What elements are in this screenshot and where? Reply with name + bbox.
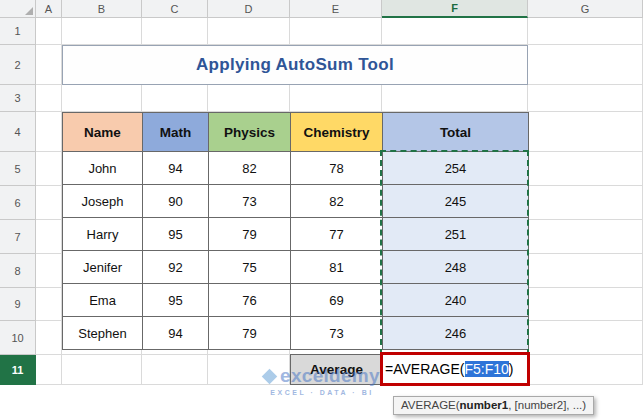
cell-total-ema[interactable]: 240 (383, 284, 529, 317)
cell-B3[interactable] (62, 85, 142, 112)
column-header-G[interactable]: G (528, 0, 643, 18)
table-row-stephen: Stephen947973246 (63, 317, 529, 350)
cell-physics-harry[interactable]: 79 (209, 218, 291, 251)
table-header-row: NameMathPhysicsChemistryTotal (63, 113, 529, 152)
column-title-physics[interactable]: Physics (209, 113, 291, 152)
cell-C11[interactable] (142, 355, 208, 385)
row-header-11[interactable]: 11 (0, 355, 36, 385)
formula-suffix: ) (509, 361, 514, 377)
cell-total-stephen[interactable]: 246 (383, 317, 529, 350)
cell-physics-stephen[interactable]: 79 (209, 317, 291, 350)
cell-total-john[interactable]: 254 (383, 152, 529, 185)
cell-chemistry-ema[interactable]: 69 (291, 284, 383, 317)
row-header-4[interactable]: 4 (0, 112, 36, 152)
cell-name-harry[interactable]: Harry (63, 218, 143, 251)
cell-A4[interactable] (36, 112, 62, 152)
cell-chemistry-harry[interactable]: 77 (291, 218, 383, 251)
column-title-chemistry[interactable]: Chemistry (291, 113, 383, 152)
cell-G1[interactable] (528, 18, 643, 45)
cell-name-joseph[interactable]: Joseph (63, 185, 143, 218)
row-header-3[interactable]: 3 (0, 85, 36, 112)
cell-A5[interactable] (36, 152, 62, 186)
cell-A7[interactable] (36, 220, 62, 254)
cell-B11[interactable] (62, 355, 142, 385)
row-header-2[interactable]: 2 (0, 45, 36, 85)
column-header-D[interactable]: D (208, 0, 290, 18)
cell-B1[interactable] (62, 18, 142, 45)
cell-name-ema[interactable]: Ema (63, 284, 143, 317)
table-row-joseph: Joseph907382245 (63, 185, 529, 218)
cell-chemistry-john[interactable]: 78 (291, 152, 383, 185)
cell-G11[interactable] (528, 355, 643, 385)
cell-G8[interactable] (528, 254, 643, 288)
cell-A2[interactable] (36, 45, 62, 85)
cell-D1[interactable] (208, 18, 290, 45)
cell-math-joseph[interactable]: 90 (143, 185, 209, 218)
row-header-7[interactable]: 7 (0, 220, 36, 254)
cell-math-stephen[interactable]: 94 (143, 317, 209, 350)
row-header-5[interactable]: 5 (0, 152, 36, 186)
cell-C3[interactable] (142, 85, 208, 112)
row-header-9[interactable]: 9 (0, 288, 36, 321)
column-header-A[interactable]: A (36, 0, 62, 18)
cell-A6[interactable] (36, 186, 62, 220)
cell-F1[interactable] (382, 18, 528, 45)
table-row-john: John948278254 (63, 152, 529, 185)
cell-E3[interactable] (290, 85, 382, 112)
cell-C1[interactable] (142, 18, 208, 45)
column-header-B[interactable]: B (62, 0, 142, 18)
cell-G10[interactable] (528, 321, 643, 355)
cell-A11[interactable] (36, 355, 62, 385)
column-title-math[interactable]: Math (143, 113, 209, 152)
cell-chemistry-jenifer[interactable]: 81 (291, 251, 383, 284)
tooltip-function-name: AVERAGE( (401, 399, 460, 411)
cell-math-ema[interactable]: 95 (143, 284, 209, 317)
worksheet-title-cell[interactable]: Applying AutoSum Tool (62, 45, 528, 85)
cell-name-stephen[interactable]: Stephen (63, 317, 143, 350)
cell-G4[interactable] (528, 112, 643, 152)
cell-G3[interactable] (528, 85, 643, 112)
cell-A8[interactable] (36, 254, 62, 288)
column-title-total[interactable]: Total (383, 113, 529, 152)
cell-D11[interactable] (208, 355, 290, 385)
cell-D3[interactable] (208, 85, 290, 112)
cell-math-john[interactable]: 94 (143, 152, 209, 185)
row-header-1[interactable]: 1 (0, 18, 36, 45)
cell-physics-john[interactable]: 82 (209, 152, 291, 185)
column-header-E[interactable]: E (290, 0, 382, 18)
cell-A3[interactable] (36, 85, 62, 112)
cell-A9[interactable] (36, 288, 62, 321)
row-header-10[interactable]: 10 (0, 321, 36, 355)
cell-G9[interactable] (528, 288, 643, 321)
cell-G7[interactable] (528, 220, 643, 254)
formula-cell[interactable]: =AVERAGE(F5:F10) (380, 352, 530, 386)
cell-A1[interactable] (36, 18, 62, 45)
column-header-F[interactable]: F (382, 0, 528, 18)
cell-chemistry-stephen[interactable]: 73 (291, 317, 383, 350)
cell-total-joseph[interactable]: 245 (383, 185, 529, 218)
worksheet-title: Applying AutoSum Tool (196, 55, 394, 75)
cell-total-jenifer[interactable]: 248 (383, 251, 529, 284)
cell-total-harry[interactable]: 251 (383, 218, 529, 251)
column-title-name[interactable]: Name (63, 113, 143, 152)
cell-E1[interactable] (290, 18, 382, 45)
cell-name-jenifer[interactable]: Jenifer (63, 251, 143, 284)
cell-F3[interactable] (382, 85, 528, 112)
column-header-C[interactable]: C (142, 0, 208, 18)
cell-G2[interactable] (528, 45, 643, 85)
row-header-8[interactable]: 8 (0, 254, 36, 288)
cell-physics-jenifer[interactable]: 75 (209, 251, 291, 284)
average-label-cell[interactable]: Average (290, 354, 383, 385)
cell-A10[interactable] (36, 321, 62, 355)
cell-math-harry[interactable]: 95 (143, 218, 209, 251)
cell-math-jenifer[interactable]: 92 (143, 251, 209, 284)
cell-name-john[interactable]: John (63, 152, 143, 185)
table-row-ema: Ema957669240 (63, 284, 529, 317)
cell-G6[interactable] (528, 186, 643, 220)
select-all-corner[interactable] (0, 0, 36, 18)
cell-chemistry-joseph[interactable]: 82 (291, 185, 383, 218)
cell-G5[interactable] (528, 152, 643, 186)
cell-physics-ema[interactable]: 76 (209, 284, 291, 317)
row-header-6[interactable]: 6 (0, 186, 36, 220)
cell-physics-joseph[interactable]: 73 (209, 185, 291, 218)
